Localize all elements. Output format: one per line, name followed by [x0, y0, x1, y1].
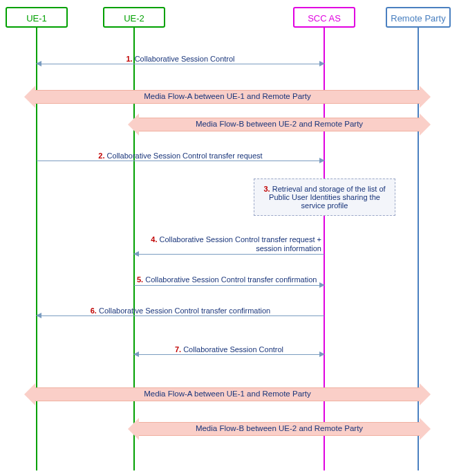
arrow-right-icon — [319, 351, 325, 357]
msg-6: 6. Collaborative Session Control transfe… — [37, 315, 324, 316]
media-arrow-left-icon — [128, 418, 139, 440]
media-arrow-right-icon — [420, 113, 431, 136]
media-arrow-left-icon — [24, 86, 35, 108]
msg-1: 1. Collaborative Session Control — [37, 64, 324, 64]
note-3: 3. Retrieval and storage of the list of … — [254, 178, 395, 216]
actor-ue1: UE-1 — [6, 7, 68, 28]
msg-5: 5. Collaborative Session Control transfe… — [134, 285, 324, 286]
media-arrow-right-icon — [420, 383, 431, 405]
media-flow-b-bottom: Media Flow-B between UE-2 and Remote Par… — [138, 422, 420, 436]
media-flow-a-top: Media Flow-A between UE-1 and Remote Par… — [35, 90, 420, 104]
media-arrow-left-icon — [128, 113, 139, 136]
arrow-left-icon — [133, 251, 139, 257]
msg-7: 7. Collaborative Session Control — [134, 354, 324, 355]
msg-2: 2. Collaborative Session Control transfe… — [37, 161, 324, 161]
arrow-left-icon — [36, 61, 41, 66]
actor-ue2: UE-2 — [103, 7, 165, 28]
media-arrow-right-icon — [420, 418, 431, 440]
msg-4: 4. Collaborative Session Control transfe… — [134, 254, 324, 255]
sequence-diagram: UE-1 UE-2 SCC AS Remote Party 1. Collabo… — [0, 0, 459, 476]
media-arrow-left-icon — [24, 383, 35, 405]
arrow-right-icon — [319, 282, 325, 288]
arrow-left-icon — [36, 313, 41, 318]
arrow-left-icon — [133, 351, 139, 357]
arrow-right-icon — [319, 158, 325, 163]
media-flow-a-bottom: Media Flow-A between UE-1 and Remote Par… — [35, 387, 420, 401]
media-flow-b-top: Media Flow-B between UE-2 and Remote Par… — [138, 118, 420, 131]
arrow-right-icon — [319, 61, 325, 66]
actor-remote-party: Remote Party — [386, 7, 451, 28]
media-arrow-right-icon — [420, 86, 431, 108]
actor-scc-as: SCC AS — [293, 7, 355, 28]
